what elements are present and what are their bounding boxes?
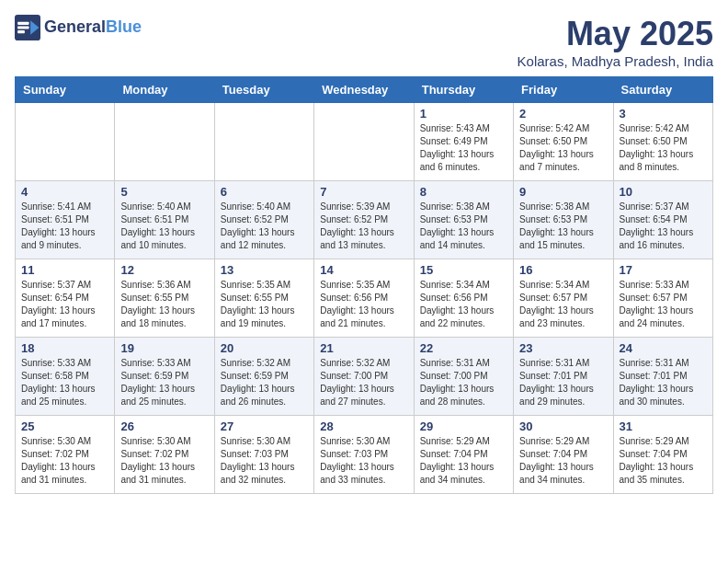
day-info: Sunrise: 5:35 AM Sunset: 6:56 PM Dayligh… bbox=[320, 279, 407, 330]
weekday-header-row: SundayMondayTuesdayWednesdayThursdayFrid… bbox=[16, 77, 713, 103]
calendar-cell: 21Sunrise: 5:32 AM Sunset: 7:00 PM Dayli… bbox=[314, 338, 414, 416]
calendar-cell: 30Sunrise: 5:29 AM Sunset: 7:04 PM Dayli… bbox=[514, 416, 613, 494]
calendar-cell: 29Sunrise: 5:29 AM Sunset: 7:04 PM Dayli… bbox=[414, 416, 513, 494]
day-info: Sunrise: 5:29 AM Sunset: 7:04 PM Dayligh… bbox=[519, 435, 607, 487]
day-number: 15 bbox=[420, 263, 507, 277]
calendar-week-5: 25Sunrise: 5:30 AM Sunset: 7:02 PM Dayli… bbox=[16, 416, 713, 494]
day-number: 1 bbox=[420, 107, 507, 121]
calendar-cell: 18Sunrise: 5:33 AM Sunset: 6:58 PM Dayli… bbox=[16, 338, 115, 416]
day-number: 11 bbox=[21, 263, 108, 277]
day-info: Sunrise: 5:30 AM Sunset: 7:02 PM Dayligh… bbox=[120, 435, 208, 487]
day-info: Sunrise: 5:31 AM Sunset: 7:01 PM Dayligh… bbox=[519, 357, 607, 408]
day-number: 17 bbox=[620, 263, 707, 277]
day-info: Sunrise: 5:31 AM Sunset: 7:00 PM Dayligh… bbox=[420, 357, 507, 408]
calendar-cell: 23Sunrise: 5:31 AM Sunset: 7:01 PM Dayli… bbox=[514, 338, 613, 416]
day-info: Sunrise: 5:29 AM Sunset: 7:04 PM Dayligh… bbox=[420, 435, 507, 487]
day-number: 5 bbox=[120, 185, 208, 199]
page-header: GeneralBlue May 2025 Kolaras, Madhya Pra… bbox=[15, 15, 713, 69]
calendar-cell bbox=[314, 103, 414, 181]
day-info: Sunrise: 5:42 AM Sunset: 6:50 PM Dayligh… bbox=[620, 122, 707, 174]
day-number: 3 bbox=[620, 107, 707, 121]
day-info: Sunrise: 5:30 AM Sunset: 7:03 PM Dayligh… bbox=[221, 435, 308, 487]
calendar-cell: 20Sunrise: 5:32 AM Sunset: 6:59 PM Dayli… bbox=[214, 338, 313, 416]
day-info: Sunrise: 5:29 AM Sunset: 7:04 PM Dayligh… bbox=[620, 435, 707, 487]
weekday-header-sunday: Sunday bbox=[16, 77, 115, 103]
day-number: 31 bbox=[620, 419, 707, 433]
calendar-week-3: 11Sunrise: 5:37 AM Sunset: 6:54 PM Dayli… bbox=[16, 259, 713, 338]
calendar-cell: 24Sunrise: 5:31 AM Sunset: 7:01 PM Dayli… bbox=[613, 338, 712, 416]
calendar-cell: 8Sunrise: 5:38 AM Sunset: 6:53 PM Daylig… bbox=[414, 181, 513, 259]
svg-rect-2 bbox=[17, 22, 28, 25]
calendar-cell: 1Sunrise: 5:43 AM Sunset: 6:49 PM Daylig… bbox=[414, 103, 513, 181]
day-number: 24 bbox=[620, 341, 707, 355]
day-number: 13 bbox=[221, 263, 308, 277]
day-info: Sunrise: 5:42 AM Sunset: 6:50 PM Dayligh… bbox=[519, 122, 607, 174]
day-number: 7 bbox=[320, 185, 407, 199]
day-number: 8 bbox=[420, 185, 507, 199]
day-info: Sunrise: 5:39 AM Sunset: 6:52 PM Dayligh… bbox=[320, 201, 407, 252]
calendar-cell: 5Sunrise: 5:40 AM Sunset: 6:51 PM Daylig… bbox=[115, 181, 214, 259]
day-number: 21 bbox=[320, 341, 407, 355]
day-info: Sunrise: 5:35 AM Sunset: 6:55 PM Dayligh… bbox=[221, 279, 308, 330]
day-number: 10 bbox=[620, 185, 707, 199]
calendar-week-2: 4Sunrise: 5:41 AM Sunset: 6:51 PM Daylig… bbox=[16, 181, 713, 259]
weekday-header-thursday: Thursday bbox=[414, 77, 513, 103]
calendar-week-4: 18Sunrise: 5:33 AM Sunset: 6:58 PM Dayli… bbox=[16, 338, 713, 416]
calendar-cell: 25Sunrise: 5:30 AM Sunset: 7:02 PM Dayli… bbox=[16, 416, 115, 494]
day-info: Sunrise: 5:34 AM Sunset: 6:57 PM Dayligh… bbox=[519, 279, 607, 330]
month-title: May 2025 bbox=[518, 15, 713, 53]
day-number: 6 bbox=[221, 185, 308, 199]
logo-icon bbox=[15, 15, 40, 40]
calendar-cell: 31Sunrise: 5:29 AM Sunset: 7:04 PM Dayli… bbox=[613, 416, 712, 494]
calendar-cell: 10Sunrise: 5:37 AM Sunset: 6:54 PM Dayli… bbox=[613, 181, 712, 259]
calendar-cell: 17Sunrise: 5:33 AM Sunset: 6:57 PM Dayli… bbox=[613, 259, 712, 338]
day-number: 28 bbox=[320, 419, 407, 433]
weekday-header-saturday: Saturday bbox=[613, 77, 712, 103]
calendar-cell bbox=[214, 103, 313, 181]
calendar-cell: 3Sunrise: 5:42 AM Sunset: 6:50 PM Daylig… bbox=[613, 103, 712, 181]
day-info: Sunrise: 5:38 AM Sunset: 6:53 PM Dayligh… bbox=[519, 201, 607, 252]
day-info: Sunrise: 5:40 AM Sunset: 6:51 PM Dayligh… bbox=[120, 201, 208, 252]
weekday-header-tuesday: Tuesday bbox=[214, 77, 313, 103]
day-number: 12 bbox=[120, 263, 208, 277]
svg-rect-4 bbox=[17, 30, 25, 33]
day-number: 18 bbox=[21, 341, 108, 355]
calendar-cell: 28Sunrise: 5:30 AM Sunset: 7:03 PM Dayli… bbox=[314, 416, 414, 494]
calendar-week-1: 1Sunrise: 5:43 AM Sunset: 6:49 PM Daylig… bbox=[16, 103, 713, 181]
day-info: Sunrise: 5:37 AM Sunset: 6:54 PM Dayligh… bbox=[620, 201, 707, 252]
day-info: Sunrise: 5:36 AM Sunset: 6:55 PM Dayligh… bbox=[120, 279, 208, 330]
calendar-cell: 19Sunrise: 5:33 AM Sunset: 6:59 PM Dayli… bbox=[115, 338, 214, 416]
title-block: May 2025 Kolaras, Madhya Pradesh, India bbox=[518, 15, 713, 69]
day-number: 25 bbox=[21, 419, 108, 433]
calendar-cell: 7Sunrise: 5:39 AM Sunset: 6:52 PM Daylig… bbox=[314, 181, 414, 259]
day-number: 22 bbox=[420, 341, 507, 355]
day-number: 4 bbox=[21, 185, 108, 199]
calendar-cell: 6Sunrise: 5:40 AM Sunset: 6:52 PM Daylig… bbox=[214, 181, 313, 259]
calendar-cell bbox=[16, 103, 115, 181]
calendar-cell: 14Sunrise: 5:35 AM Sunset: 6:56 PM Dayli… bbox=[314, 259, 414, 338]
calendar-cell: 12Sunrise: 5:36 AM Sunset: 6:55 PM Dayli… bbox=[115, 259, 214, 338]
weekday-header-monday: Monday bbox=[115, 77, 214, 103]
logo: GeneralBlue bbox=[15, 15, 142, 40]
calendar-cell: 27Sunrise: 5:30 AM Sunset: 7:03 PM Dayli… bbox=[214, 416, 313, 494]
calendar-cell: 11Sunrise: 5:37 AM Sunset: 6:54 PM Dayli… bbox=[16, 259, 115, 338]
calendar-cell: 15Sunrise: 5:34 AM Sunset: 6:56 PM Dayli… bbox=[414, 259, 513, 338]
calendar-cell bbox=[115, 103, 214, 181]
calendar-cell: 22Sunrise: 5:31 AM Sunset: 7:00 PM Dayli… bbox=[414, 338, 513, 416]
calendar-cell: 9Sunrise: 5:38 AM Sunset: 6:53 PM Daylig… bbox=[514, 181, 613, 259]
logo-text: GeneralBlue bbox=[44, 18, 142, 37]
day-info: Sunrise: 5:33 AM Sunset: 6:58 PM Dayligh… bbox=[21, 357, 108, 408]
calendar-cell: 4Sunrise: 5:41 AM Sunset: 6:51 PM Daylig… bbox=[16, 181, 115, 259]
day-number: 29 bbox=[420, 419, 507, 433]
calendar-table: SundayMondayTuesdayWednesdayThursdayFrid… bbox=[15, 76, 713, 494]
location: Kolaras, Madhya Pradesh, India bbox=[518, 53, 713, 69]
day-info: Sunrise: 5:33 AM Sunset: 6:57 PM Dayligh… bbox=[620, 279, 707, 330]
day-info: Sunrise: 5:33 AM Sunset: 6:59 PM Dayligh… bbox=[120, 357, 208, 408]
day-info: Sunrise: 5:31 AM Sunset: 7:01 PM Dayligh… bbox=[620, 357, 707, 408]
day-info: Sunrise: 5:30 AM Sunset: 7:03 PM Dayligh… bbox=[320, 435, 407, 487]
day-info: Sunrise: 5:41 AM Sunset: 6:51 PM Dayligh… bbox=[21, 201, 108, 252]
day-info: Sunrise: 5:38 AM Sunset: 6:53 PM Dayligh… bbox=[420, 201, 507, 252]
day-info: Sunrise: 5:30 AM Sunset: 7:02 PM Dayligh… bbox=[21, 435, 108, 487]
day-info: Sunrise: 5:37 AM Sunset: 6:54 PM Dayligh… bbox=[21, 279, 108, 330]
day-number: 27 bbox=[221, 419, 308, 433]
